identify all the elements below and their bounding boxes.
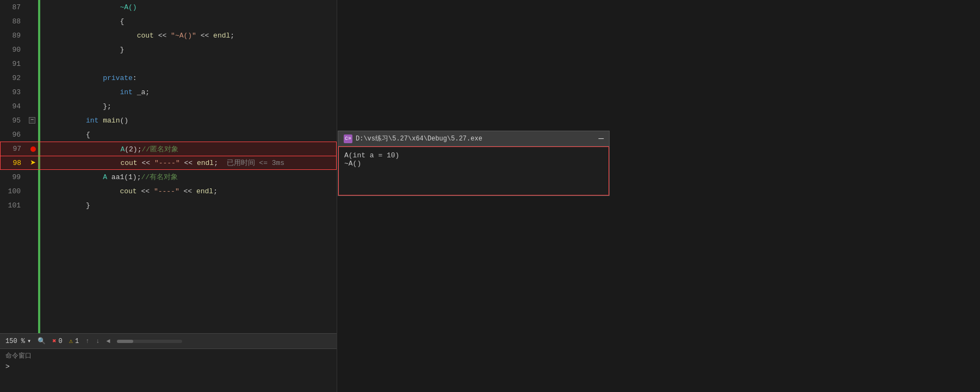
warning-count: ⚠ 1 (69, 337, 79, 345)
down-arrow[interactable]: ↓ (96, 338, 100, 345)
zoom-icon[interactable]: 🔍 (38, 337, 46, 345)
error-number: 0 (58, 338, 62, 345)
terminal-area: 命令窗口 > (0, 348, 337, 392)
console-line-1: A(int a = 10) (344, 151, 603, 160)
terminal-prompt[interactable]: > (5, 363, 10, 371)
code-lines: 87 ~A() 88 { 89 (0, 0, 337, 333)
terminal-content: > (5, 363, 331, 371)
line-num-91: 91 (0, 60, 27, 68)
scrollbar-thumb[interactable] (117, 340, 133, 343)
line-num-90: 90 (0, 46, 27, 54)
line-num-87: 87 (0, 3, 27, 11)
gutter-98: ➤ (28, 157, 39, 169)
console-minimize-button[interactable]: — (598, 134, 604, 143)
fold-icon-95[interactable]: − (29, 117, 35, 124)
line-num-92: 92 (0, 74, 27, 82)
gutter-97 (28, 146, 39, 152)
line-num-94: 94 (0, 102, 27, 111)
zoom-label: 150 % (5, 338, 25, 345)
console-app-icon: c» (344, 134, 352, 143)
line-num-88: 88 (0, 17, 27, 26)
line-num-100: 100 (0, 187, 27, 195)
breakpoint-97[interactable] (30, 146, 36, 152)
line-num-97: 97 (1, 145, 28, 153)
zoom-dropdown-icon[interactable]: ▾ (27, 337, 31, 345)
terminal-title: 命令窗口 (5, 351, 331, 360)
console-popup: c» D:\vs练习\5.27\x64\Debug\5.27.exe — A(i… (338, 131, 610, 196)
line-num-89: 89 (0, 32, 27, 40)
code-line-90: 90 } (0, 42, 337, 57)
line-num-99: 99 (0, 173, 27, 181)
code-editor: 87 ~A() 88 { 89 (0, 0, 337, 392)
left-arrow[interactable]: ◄ (107, 338, 110, 345)
console-title-text: D:\vs练习\5.27\x64\Debug\5.27.exe (356, 134, 482, 143)
right-panel (337, 0, 980, 392)
warning-icon: ⚠ (69, 337, 73, 345)
line-num-95: 95 (0, 117, 27, 125)
console-title-bar: c» D:\vs练习\5.27\x64\Debug\5.27.exe — (338, 131, 609, 146)
console-output: A(int a = 10) ~A() (338, 146, 609, 195)
gutter-95: − (27, 117, 38, 124)
up-arrow[interactable]: ↑ (85, 338, 89, 345)
code-line-101: 101 } (0, 198, 337, 212)
line-num-101: 101 (0, 201, 27, 210)
line-num-96: 96 (0, 131, 27, 139)
warning-number: 1 (75, 338, 79, 345)
horizontal-scrollbar[interactable] (117, 340, 182, 343)
console-title-left: c» D:\vs练习\5.27\x64\Debug\5.27.exe (344, 134, 482, 143)
error-count: ✖ 0 (52, 337, 62, 345)
status-bar: 150 % ▾ 🔍 ✖ 0 ⚠ 1 ↑ ↓ ◄ (0, 333, 337, 348)
zoom-control[interactable]: 150 % ▾ (5, 337, 31, 345)
error-icon: ✖ (52, 337, 56, 345)
line-num-98: 98 (1, 159, 28, 167)
console-line-2: ~A() (344, 160, 603, 168)
line-content-101: } (38, 193, 337, 218)
line-num-93: 93 (0, 88, 27, 96)
